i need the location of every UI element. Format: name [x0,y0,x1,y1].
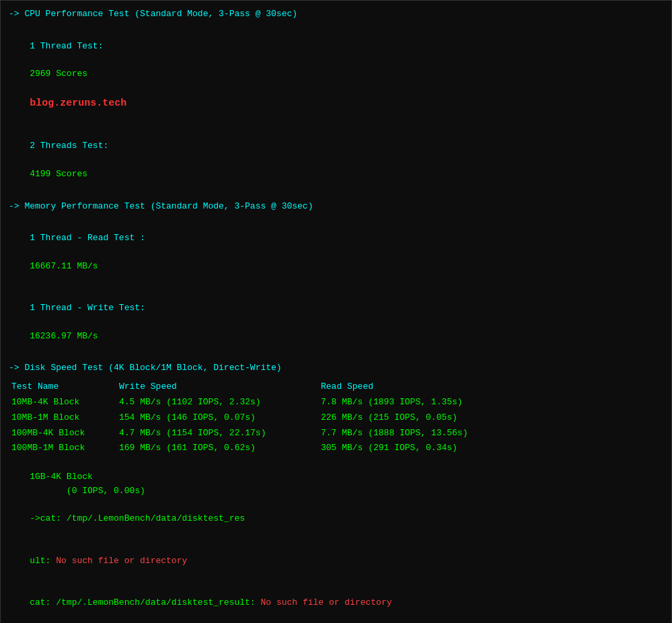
thread1-line-1: 1 Thread Test: 2969 Scores blog.zeruns.t… [9,26,663,126]
terminal-block-1: -> CPU Performance Test (Standard Mode, … [0,0,672,623]
thread2-line-1: 2 Threads Test: 4199 Scores [9,126,663,196]
error-line-2: ult: No such file or directory [9,540,663,582]
disk-row-2-1: 100MB-4K Block 4.7 MB/s (1154 IOPS, 22.1… [9,426,663,441]
mem-write-val-1: 16236.97 MB/s [30,331,98,341]
disk-row-1-1: 10MB-1M Block 154 MB/s (146 IOPS, 0.07s)… [9,410,663,426]
disk-header-row-1: Test Name Write Speed Read Speed [9,379,663,395]
thread1-label-1: 1 Thread Test: [30,41,103,51]
error-line-1: 1GB-4K Block (0 IOPS, 0.00s) ->cat: /tmp… [9,456,663,540]
cpu-header-1: -> CPU Performance Test (Standard Mode, … [9,7,663,22]
thread1-score-1: 2969 Scores [30,69,87,79]
thread2-score-1: 4199 Scores [30,169,87,179]
col-write-header-1: Write Speed [116,379,318,395]
col-name-header-1: Test Name [9,379,116,395]
memory-header-1: -> Memory Performance Test (Standard Mod… [9,200,663,214]
brand-watermark-1: blog.zeruns.tech [30,98,126,109]
disk-header-1: -> Disk Speed Test (4K Block/1M Block, D… [9,361,663,375]
disk-row-0-1: 10MB-4K Block 4.5 MB/s (1102 IOPS, 2.32s… [9,395,663,410]
disk-table-1: Test Name Write Speed Read Speed 10MB-4K… [9,379,663,456]
mem-read-line-1: 1 Thread - Read Test : 16667.11 MB/s [9,217,663,287]
col-read-header-1: Read Speed [318,379,663,395]
mem-write-label-1: 1 Thread - Write Test: [30,303,145,313]
mem-read-label-1: 1 Thread - Read Test : [30,233,145,243]
mem-write-line-1: 1 Thread - Write Test: 16236.97 MB/s [9,287,663,357]
error-line-3: cat: /tmp/.LemonBench/data/disktest_resu… [9,582,663,623]
disk-row-3-1: 100MB-1M Block 169 MB/s (161 IOPS, 0.62s… [9,441,663,456]
mem-read-val-1: 16667.11 MB/s [30,261,98,271]
thread2-label-1: 2 Threads Test: [30,141,108,151]
